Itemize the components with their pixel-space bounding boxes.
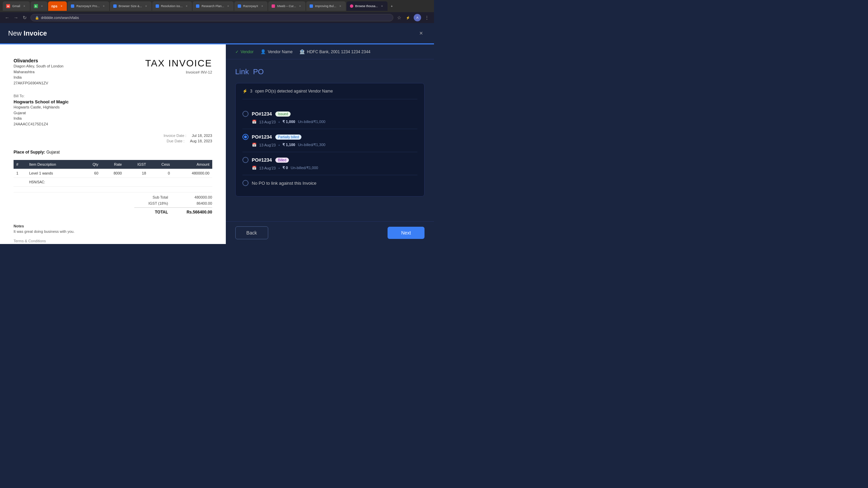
reload-button[interactable]: ↻ xyxy=(22,15,28,21)
link-po-section: Link PO ⚡ 3 open PO(s) detected against … xyxy=(226,59,434,221)
menu-icon[interactable]: ⋮ xyxy=(424,15,430,21)
po-option-2[interactable]: PO#1234 Partially billed 📅 13 Aug'23 • ₹… xyxy=(242,129,417,152)
tab-close-resolution[interactable]: × xyxy=(184,4,189,8)
tab-close-browse[interactable]: × xyxy=(380,4,384,8)
dot-1: • xyxy=(278,120,280,124)
po-amount-3: ₹ 0 xyxy=(282,166,288,170)
bookmark-icon[interactable]: ☆ xyxy=(396,15,402,21)
detected-text: open PO(s) detected against Vendor Name xyxy=(255,89,333,94)
total-label: TOTAL xyxy=(134,210,168,215)
address-bar: ← → ↻ 🔒 dribbble.com/search/tabs ☆ ⚡ A ⋮ xyxy=(0,12,434,23)
col-num: # xyxy=(14,160,26,169)
subtotal-row: Sub Total 480000.00 xyxy=(134,195,212,199)
tab-resolution[interactable]: Resolution iss... × xyxy=(152,1,192,11)
notes-label: Notes xyxy=(14,224,212,228)
detected-count: 3 xyxy=(250,89,253,94)
link-po-title: Link PO xyxy=(235,67,425,76)
vendor-bank-display: HDFC Bank, 2001 1234 1234 2344 xyxy=(307,49,370,54)
po-date-3: 13 Aug'23 xyxy=(259,166,276,170)
invoice-number-label: Invoice# xyxy=(186,70,200,74)
tab-browse[interactable]: Browse thousa... × xyxy=(347,1,388,11)
forward-nav-button[interactable]: → xyxy=(13,15,19,21)
po-radio-1[interactable] xyxy=(242,111,249,117)
place-of-supply-value: Gujarat xyxy=(46,150,60,155)
tab-close-razorpay1[interactable]: × xyxy=(102,4,106,8)
vendor-check: ✓ Vendor xyxy=(235,49,254,54)
hsn-row: HSN/SAC: xyxy=(14,178,212,187)
tab-sheets[interactable]: S × xyxy=(31,1,47,11)
po-badge-3: Billed xyxy=(275,158,289,163)
po-radio-3[interactable] xyxy=(242,157,249,163)
invoice-heading: TAX INVOICE xyxy=(145,58,212,69)
lightning-icon: ⚡ xyxy=(242,89,248,94)
tab-close-improving[interactable]: × xyxy=(338,4,342,8)
invoice-number-value: INV-12 xyxy=(201,70,212,74)
tab-browser-size[interactable]: Browser Size &... × xyxy=(110,1,152,11)
tab-close-gmail[interactable]: × xyxy=(22,4,26,8)
col-rate: Rate xyxy=(101,160,124,169)
tab-gmail[interactable]: M Gmail × xyxy=(3,1,30,11)
modal-close-button[interactable]: × xyxy=(416,28,426,38)
po-option-3-header: PO#1234 Billed xyxy=(242,157,417,163)
tab-close-sheets[interactable]: × xyxy=(40,4,44,8)
vendor-addr-line1: Diagon Alley, South of London xyxy=(14,63,63,69)
subtotal-value: 480000.00 xyxy=(182,195,212,199)
tab-improving[interactable]: Improving Bul... × xyxy=(306,1,346,11)
col-desc: Item Description xyxy=(26,160,82,169)
item-cess: 0 xyxy=(149,169,173,178)
link-po-title-regular: Link xyxy=(235,67,249,76)
po-amount-2: ₹ 1,100 xyxy=(282,143,295,147)
table-header-row: # Item Description Qty Rate IGST Cess Am… xyxy=(14,160,212,169)
bill-to-addr3: India xyxy=(14,116,212,121)
no-po-option[interactable]: No PO to link against this Invoice xyxy=(242,175,417,191)
po-option-2-header: PO#1234 Partially billed xyxy=(242,134,417,140)
po-number-1: PO#1234 xyxy=(252,111,272,117)
po-option-1[interactable]: PO#1234 Issued 📅 13 Aug'23 • ₹ 1,000 Un-… xyxy=(242,106,417,129)
po-unbilled-2: Un-billed/₹1,300 xyxy=(298,143,326,147)
link-po-title-accent: PO xyxy=(253,67,264,76)
po-number-2: PO#1234 xyxy=(252,134,272,140)
vendor-bank-info: 🏦 HDFC Bank, 2001 1234 1234 2344 xyxy=(299,49,370,54)
tab-close-research[interactable]: × xyxy=(226,4,230,8)
vendor-name-display: Vendor Name xyxy=(268,49,293,54)
col-qty: Qty xyxy=(82,160,101,169)
tab-nps[interactable]: nps × xyxy=(48,1,67,11)
vendor-name: Olivanders xyxy=(14,58,63,63)
table-row: 1 Level 1 wands 60 8000 18 0 480000.00 xyxy=(14,169,212,178)
back-button[interactable]: Back xyxy=(235,226,268,239)
extensions-icon[interactable]: ⚡ xyxy=(405,15,411,21)
po-radio-2[interactable] xyxy=(242,134,249,140)
tabs-container: M Gmail × S × nps × RazorpayX Pro... × B… xyxy=(3,0,431,12)
po-details-1: 📅 13 Aug'23 • ₹ 1,000 Un-billed/₹1,000 xyxy=(242,120,417,124)
tab-mweb[interactable]: Mweb – Cur... × xyxy=(268,1,305,11)
invoice-preview-panel: Olivanders Diagon Alley, South of London… xyxy=(0,44,226,244)
next-button[interactable]: Next xyxy=(388,227,425,239)
back-nav-button[interactable]: ← xyxy=(4,15,10,21)
no-po-text: No PO to link against this Invoice xyxy=(252,181,317,186)
tab-razorpay1[interactable]: RazorpayX Pro... × xyxy=(67,1,109,11)
tab-close-nps[interactable]: × xyxy=(59,4,63,8)
vendor-name-info: 👤 Vendor Name xyxy=(260,49,293,54)
tab-research[interactable]: Research Plan... × xyxy=(193,1,234,11)
due-date-row: Due Date : Aug 18, 2023 xyxy=(167,139,212,143)
tab-close-browser-size[interactable]: × xyxy=(144,4,148,8)
invoice-date-label: Invoice Date : xyxy=(163,134,186,138)
url-bar[interactable]: 🔒 dribbble.com/search/tabs xyxy=(31,14,393,21)
po-option-3[interactable]: PO#1234 Billed 📅 13 Aug'23 • ₹ 0 Un-bill… xyxy=(242,152,417,175)
col-amount: Amount xyxy=(173,160,212,169)
modal-header: New Invoice × xyxy=(0,23,434,44)
profile-icon[interactable]: A xyxy=(414,14,421,21)
tab-close-mweb[interactable]: × xyxy=(298,4,302,8)
bank-icon: 🏦 xyxy=(299,49,305,54)
notes-section: Notes It was great doing business with y… xyxy=(14,224,212,233)
check-icon: ✓ xyxy=(235,49,239,54)
dot-2: • xyxy=(278,143,280,147)
tab-new[interactable]: + xyxy=(388,1,396,11)
no-po-radio[interactable] xyxy=(242,180,249,186)
tab-razorpay2[interactable]: RazorpayX × xyxy=(234,1,268,11)
vendor-gstin: 27AKFPG6904N1ZV xyxy=(14,80,63,86)
place-of-supply: Place of Supply: Gujarat xyxy=(14,150,212,155)
vendor-check-label: Vendor xyxy=(241,49,254,54)
modal-title: New Invoice xyxy=(8,29,47,37)
tab-close-razorpay2[interactable]: × xyxy=(260,4,264,8)
